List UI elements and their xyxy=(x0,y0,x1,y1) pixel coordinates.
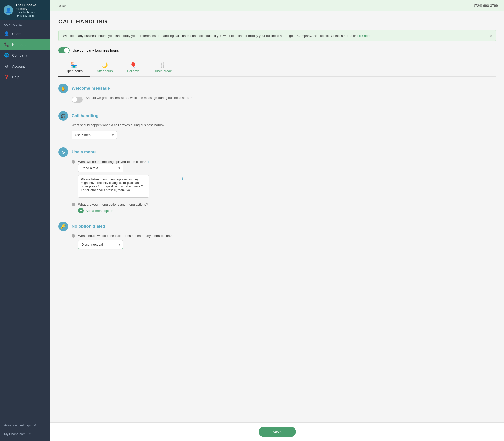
numbers-icon: 📞 xyxy=(4,42,9,47)
call-handling-desc: What should happen when a call arrives d… xyxy=(72,123,496,127)
sidebar-item-company-label: Company xyxy=(12,53,27,57)
save-button[interactable]: Save xyxy=(259,427,296,437)
call-handling-header: 🎧 Call handling xyxy=(58,111,496,121)
call-handling-body: What should happen when a call arrives d… xyxy=(58,123,496,139)
read-text-dropdown[interactable]: Read a text Play a recording xyxy=(78,164,123,172)
no-option-q1-content: What should we do if the caller does not… xyxy=(78,234,172,249)
no-option-q1-bullet xyxy=(72,234,75,238)
info-banner: With company business hours, you can mod… xyxy=(58,30,496,41)
menu-question1-text: What will be the message played to the c… xyxy=(78,160,146,164)
call-handling-dropdown[interactable]: Use a menu Forward to Voicemail Hang up xyxy=(72,131,117,139)
menu-message-textarea[interactable]: Please listen to our menu options as the… xyxy=(78,175,149,198)
welcome-message-toggle[interactable] xyxy=(72,97,83,103)
add-menu-option-label: Add a menu option xyxy=(86,209,113,213)
use-a-menu-title: Use a menu xyxy=(72,150,96,155)
company-name: The Cupcake Factory xyxy=(16,3,47,11)
advanced-settings-link[interactable]: Advanced settings ↗ xyxy=(0,421,50,430)
textarea-info-icon: ℹ xyxy=(182,176,183,180)
call-handling-select-wrap: Use a menu Forward to Voicemail Hang up … xyxy=(72,131,117,139)
read-text-select-wrap: Read a text Play a recording ▼ xyxy=(78,164,123,172)
sidebar-item-account[interactable]: ⚙ Account xyxy=(0,61,50,72)
sidebar-item-numbers[interactable]: 📞 Numbers xyxy=(0,39,50,50)
sidebar-header: 👤 The Cupcake Factory Erica Robinson (84… xyxy=(0,0,50,20)
page-title: CALL HANDLING xyxy=(58,18,496,25)
external-link-icon-2: ↗ xyxy=(28,432,31,436)
menu-question1-row: What will be the message played to the c… xyxy=(72,160,496,198)
back-arrow-icon: ‹ xyxy=(56,4,58,8)
read-text-wrap: Read a text Play a recording ▼ xyxy=(78,164,149,172)
welcome-message-body: Should we greet callers with a welcome m… xyxy=(58,96,496,103)
holidays-tab-label: Holidays xyxy=(127,69,140,73)
page-content: CALL HANDLING With company business hour… xyxy=(50,11,504,422)
user-name: Erica Robinson xyxy=(16,11,47,14)
use-a-menu-section: ⚙ Use a menu What will be the message pl… xyxy=(58,147,496,213)
sidebar-item-users[interactable]: 👤 Users xyxy=(0,28,50,39)
call-handling-section: 🎧 Call handling What should happen when … xyxy=(58,111,496,139)
my-phone-link[interactable]: My.Phone.com ↗ xyxy=(0,430,50,438)
top-bar-phone-number: (724) 690-3799 xyxy=(474,4,498,8)
use-a-menu-body: What will be the message played to the c… xyxy=(58,160,496,213)
menu-textarea-wrap: Please listen to our menu options as the… xyxy=(78,175,149,198)
sidebar-bottom: Advanced settings ↗ My.Phone.com ↗ xyxy=(0,418,50,441)
sidebar-nav: 👤 Users 📞 Numbers 🌐 Company ⚙ Account ❓ … xyxy=(0,28,50,418)
sidebar-item-numbers-label: Numbers xyxy=(12,43,26,47)
sidebar-item-help[interactable]: ❓ Help xyxy=(0,72,50,82)
use-a-menu-header: ⚙ Use a menu xyxy=(58,147,496,157)
no-option-dialed-icon: 🔑 xyxy=(58,222,68,231)
account-icon: ⚙ xyxy=(4,64,9,69)
no-option-dialed-header: 🔑 No option dialed xyxy=(58,222,496,231)
sidebar-phone: (844) 587-8638 xyxy=(16,14,47,17)
banner-link[interactable]: click here xyxy=(357,34,371,38)
after-hours-tab-label: After hours xyxy=(97,69,113,73)
users-icon: 👤 xyxy=(4,31,9,36)
menu-q1-bullet xyxy=(72,160,75,164)
welcome-message-icon: ✋ xyxy=(58,84,68,93)
question1-info-icon: ℹ xyxy=(148,160,149,164)
tab-after-hours[interactable]: 🌙 After hours xyxy=(90,59,120,77)
welcome-toggle-row: Should we greet callers with a welcome m… xyxy=(72,96,496,103)
welcome-message-title: Welcome message xyxy=(72,86,110,91)
open-hours-tab-icon: 🏪 xyxy=(71,62,77,68)
help-icon: ❓ xyxy=(4,75,9,79)
external-link-icon: ↗ xyxy=(33,423,36,427)
use-a-menu-icon: ⚙ xyxy=(58,147,68,157)
banner-text: With company business hours, you can mod… xyxy=(63,34,357,38)
call-handling-icon: 🎧 xyxy=(58,111,68,121)
no-option-dialed-body: What should we do if the caller does not… xyxy=(58,234,496,249)
banner-close-button[interactable]: ✕ xyxy=(489,33,493,38)
welcome-message-section: ✋ Welcome message Should we greet caller… xyxy=(58,84,496,103)
tabs: 🏪 Open hours 🌙 After hours 🎈 Holidays 🍴 … xyxy=(58,59,496,77)
configure-label: CONFIGURE xyxy=(0,20,50,28)
business-hours-toggle[interactable] xyxy=(58,47,70,53)
no-option-dialed-section: 🔑 No option dialed What should we do if … xyxy=(58,222,496,249)
add-menu-option-button[interactable]: + Add a menu option xyxy=(78,208,148,213)
no-option-dialed-title: No option dialed xyxy=(72,224,105,229)
welcome-message-header: ✋ Welcome message xyxy=(58,84,496,93)
menu-q2-content: What are your menu options and menu acti… xyxy=(78,202,148,213)
my-phone-label: My.Phone.com xyxy=(4,432,26,436)
save-bar: Save xyxy=(50,422,504,441)
back-button[interactable]: ‹ back xyxy=(56,4,66,8)
main-content: ‹ back (724) 690-3799 CALL HANDLING With… xyxy=(50,0,504,441)
call-handling-title: Call handling xyxy=(72,113,99,118)
avatar: 👤 xyxy=(4,5,13,15)
no-option-q1-row: What should we do if the caller does not… xyxy=(72,234,496,249)
tab-holidays[interactable]: 🎈 Holidays xyxy=(120,59,147,77)
menu-question2-text: What are your menu options and menu acti… xyxy=(78,203,148,206)
plus-circle-icon: + xyxy=(78,208,84,213)
business-hours-toggle-row: Use company business hours xyxy=(58,47,496,53)
menu-q1-content: What will be the message played to the c… xyxy=(78,160,149,198)
no-option-dropdown-wrap: Disconnect call Repeat menu Forward to V… xyxy=(78,240,172,249)
tab-lunch-break[interactable]: 🍴 Lunch break xyxy=(146,59,179,77)
tab-open-hours[interactable]: 🏪 Open hours xyxy=(58,59,90,77)
sidebar-item-company[interactable]: 🌐 Company xyxy=(0,50,50,61)
sidebar-item-users-label: Users xyxy=(12,32,21,36)
sidebar: 👤 The Cupcake Factory Erica Robinson (84… xyxy=(0,0,50,441)
business-hours-label: Use company business hours xyxy=(73,48,119,52)
back-label: back xyxy=(59,4,67,8)
lunch-break-tab-icon: 🍴 xyxy=(160,62,166,68)
lunch-break-tab-label: Lunch break xyxy=(153,69,172,73)
disconnect-call-dropdown[interactable]: Disconnect call Repeat menu Forward to V… xyxy=(78,240,123,249)
after-hours-tab-icon: 🌙 xyxy=(102,62,108,68)
sidebar-item-help-label: Help xyxy=(12,75,19,79)
